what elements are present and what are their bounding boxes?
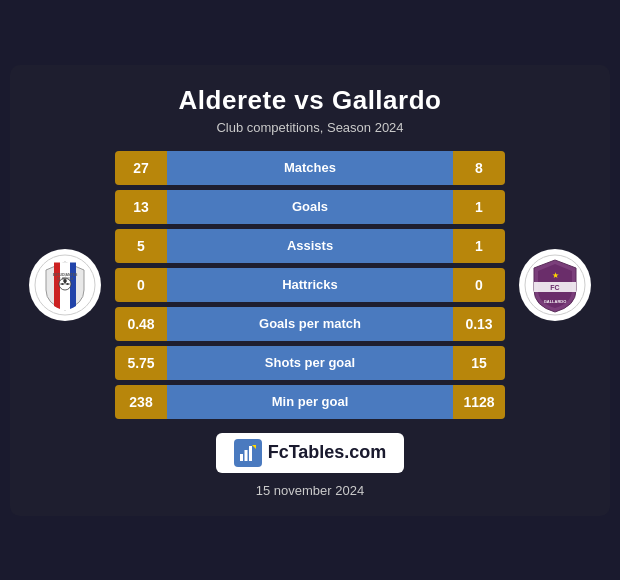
stats-rows: 27Matches813Goals15Assists10Hattricks00.… <box>115 151 505 419</box>
stat-left-value: 0 <box>115 268 167 302</box>
stat-right-value: 8 <box>453 151 505 185</box>
stat-right-value: 0 <box>453 268 505 302</box>
stats-section: ESTUDIANTES DE MÉRIDA 27Matches813Goals1… <box>25 151 595 419</box>
stat-left-value: 0.48 <box>115 307 167 341</box>
branding-icon <box>234 439 262 467</box>
stat-left-value: 238 <box>115 385 167 419</box>
stat-row: 13Goals1 <box>115 190 505 224</box>
stat-label: Goals per match <box>167 307 453 341</box>
logo-left: ESTUDIANTES DE MÉRIDA <box>25 249 105 321</box>
stat-label: Goals <box>167 190 453 224</box>
stat-label: Shots per goal <box>167 346 453 380</box>
svg-rect-9 <box>240 454 243 461</box>
branding-box: FcTables.com <box>216 433 405 473</box>
svg-rect-10 <box>244 450 247 461</box>
page-subtitle: Club competitions, Season 2024 <box>25 120 595 135</box>
stat-left-value: 5.75 <box>115 346 167 380</box>
stat-left-value: 13 <box>115 190 167 224</box>
stat-left-value: 27 <box>115 151 167 185</box>
stat-row: 27Matches8 <box>115 151 505 185</box>
logo-right: FC ★ GALLARDO <box>515 249 595 321</box>
stat-right-value: 1 <box>453 229 505 263</box>
stat-right-value: 15 <box>453 346 505 380</box>
comparison-card: Alderete vs Gallardo Club competitions, … <box>10 65 610 516</box>
svg-text:DE MÉRIDA: DE MÉRIDA <box>57 275 74 280</box>
stat-label: Matches <box>167 151 453 185</box>
svg-rect-11 <box>249 446 252 461</box>
branding-text: FcTables.com <box>268 442 387 463</box>
svg-text:FC: FC <box>550 284 559 291</box>
stat-row: 5.75Shots per goal15 <box>115 346 505 380</box>
branding-section: FcTables.com <box>25 433 595 473</box>
page-title: Alderete vs Gallardo <box>25 85 595 116</box>
team-left-logo: ESTUDIANTES DE MÉRIDA <box>29 249 101 321</box>
stat-row: 0.48Goals per match0.13 <box>115 307 505 341</box>
team-right-logo: FC ★ GALLARDO <box>519 249 591 321</box>
stat-right-value: 1128 <box>453 385 505 419</box>
stat-right-value: 1 <box>453 190 505 224</box>
stat-row: 238Min per goal1128 <box>115 385 505 419</box>
svg-text:★: ★ <box>552 271 559 280</box>
svg-marker-12 <box>252 445 256 449</box>
stat-row: 0Hattricks0 <box>115 268 505 302</box>
stat-label: Min per goal <box>167 385 453 419</box>
stat-label: Assists <box>167 229 453 263</box>
stat-label: Hattricks <box>167 268 453 302</box>
stat-left-value: 5 <box>115 229 167 263</box>
svg-text:GALLARDO: GALLARDO <box>544 299 567 304</box>
stat-row: 5Assists1 <box>115 229 505 263</box>
stat-right-value: 0.13 <box>453 307 505 341</box>
footer-date: 15 november 2024 <box>25 483 595 498</box>
